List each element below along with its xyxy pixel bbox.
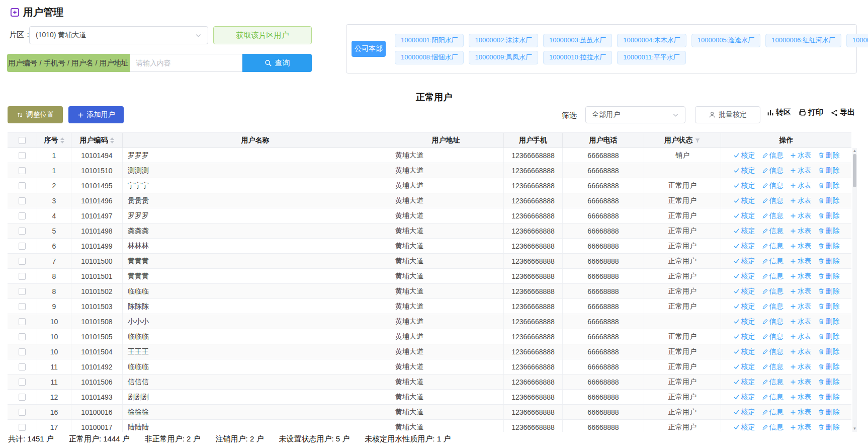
water-meter-action-button[interactable]: 水表 [790, 257, 812, 266]
delete-action-button[interactable]: 删除 [818, 227, 840, 236]
verify-action-button[interactable]: 核定 [733, 227, 755, 236]
verify-action-button[interactable]: 核定 [733, 347, 755, 356]
filter-funnel-icon[interactable] [695, 137, 701, 143]
batch-verify-button[interactable]: 批量核定 [695, 106, 760, 123]
verify-action-button[interactable]: 核定 [733, 242, 755, 251]
delete-action-button[interactable]: 删除 [818, 378, 840, 387]
company-hq-button[interactable]: 公司本部 [352, 41, 386, 57]
water-meter-action-button[interactable]: 水表 [790, 393, 812, 402]
header-user-status[interactable]: 用户状态 [644, 133, 721, 147]
header-seq[interactable]: 序号 [37, 133, 71, 147]
water-meter-action-button[interactable]: 水表 [790, 317, 812, 326]
add-user-button[interactable]: 添加用户 [68, 106, 124, 123]
info-action-button[interactable]: 信息 [762, 272, 784, 281]
info-action-button[interactable]: 信息 [762, 242, 784, 251]
water-meter-action-button[interactable]: 水表 [790, 151, 812, 160]
verify-action-button[interactable]: 核定 [733, 287, 755, 296]
delete-action-button[interactable]: 删除 [818, 242, 840, 251]
select-all-checkbox[interactable] [19, 137, 26, 144]
water-plant-tag[interactable]: 10000005:逢逢水厂 [691, 34, 760, 47]
delete-action-button[interactable]: 删除 [818, 166, 840, 175]
verify-action-button[interactable]: 核定 [733, 257, 755, 266]
row-checkbox[interactable] [19, 273, 26, 280]
query-button[interactable]: 查询 [242, 54, 312, 72]
info-action-button[interactable]: 信息 [762, 317, 784, 326]
row-checkbox[interactable] [19, 303, 26, 310]
verify-action-button[interactable]: 核定 [733, 181, 755, 190]
row-checkbox[interactable] [19, 152, 26, 159]
info-action-button[interactable]: 信息 [762, 166, 784, 175]
row-checkbox[interactable] [19, 394, 26, 401]
export-button[interactable]: 导出 [831, 108, 855, 117]
verify-action-button[interactable]: 核定 [733, 272, 755, 281]
water-plant-tag[interactable]: 10000007:罗罗水厂 [846, 34, 868, 47]
water-meter-action-button[interactable]: 水表 [790, 362, 812, 371]
info-action-button[interactable]: 信息 [762, 211, 784, 220]
info-action-button[interactable]: 信息 [762, 227, 784, 236]
delete-action-button[interactable]: 删除 [818, 362, 840, 371]
row-checkbox[interactable] [19, 212, 26, 219]
delete-action-button[interactable]: 删除 [818, 272, 840, 281]
delete-action-button[interactable]: 删除 [818, 151, 840, 160]
row-checkbox[interactable] [19, 409, 26, 416]
water-meter-action-button[interactable]: 水表 [790, 227, 812, 236]
water-meter-action-button[interactable]: 水表 [790, 302, 812, 311]
water-meter-action-button[interactable]: 水表 [790, 408, 812, 417]
water-meter-action-button[interactable]: 水表 [790, 272, 812, 281]
water-meter-action-button[interactable]: 水表 [790, 423, 812, 432]
water-plant-tag[interactable]: 10000011:平平水厂 [617, 51, 686, 64]
sort-icon[interactable] [110, 137, 114, 143]
row-checkbox[interactable] [19, 243, 26, 250]
delete-action-button[interactable]: 删除 [818, 423, 840, 432]
row-checkbox[interactable] [19, 167, 26, 174]
info-action-button[interactable]: 信息 [762, 378, 784, 387]
delete-action-button[interactable]: 删除 [818, 332, 840, 341]
verify-action-button[interactable]: 核定 [733, 196, 755, 205]
info-action-button[interactable]: 信息 [762, 347, 784, 356]
info-action-button[interactable]: 信息 [762, 181, 784, 190]
delete-action-button[interactable]: 删除 [818, 287, 840, 296]
water-plant-tag[interactable]: 10000004:木木水厂 [617, 34, 686, 47]
verify-action-button[interactable]: 核定 [733, 362, 755, 371]
row-checkbox[interactable] [19, 258, 26, 265]
water-plant-tag[interactable]: 10000010:拉拉水厂 [543, 51, 612, 64]
water-meter-action-button[interactable]: 水表 [790, 347, 812, 356]
adjust-position-button[interactable]: 调整位置 [8, 106, 63, 123]
delete-action-button[interactable]: 删除 [818, 393, 840, 402]
delete-action-button[interactable]: 删除 [818, 211, 840, 220]
info-action-button[interactable]: 信息 [762, 362, 784, 371]
row-checkbox[interactable] [19, 333, 26, 340]
water-plant-tag[interactable]: 10000009:凤凤水厂 [469, 51, 538, 64]
water-meter-action-button[interactable]: 水表 [790, 242, 812, 251]
water-plant-tag[interactable]: 10000008:悃悃水厂 [395, 51, 464, 64]
water-meter-action-button[interactable]: 水表 [790, 287, 812, 296]
verify-action-button[interactable]: 核定 [733, 151, 755, 160]
delete-action-button[interactable]: 删除 [818, 181, 840, 190]
water-meter-action-button[interactable]: 水表 [790, 166, 812, 175]
print-button[interactable]: 打印 [799, 108, 823, 117]
area-select[interactable]: (1010) 黄埔大道 [29, 26, 208, 44]
vertical-scrollbar[interactable]: ▲ ▼ [852, 148, 857, 432]
water-meter-action-button[interactable]: 水表 [790, 211, 812, 220]
row-checkbox[interactable] [19, 182, 26, 189]
verify-action-button[interactable]: 核定 [733, 211, 755, 220]
user-filter-select[interactable]: 全部用户 [585, 106, 685, 123]
verify-action-button[interactable]: 核定 [733, 317, 755, 326]
water-meter-action-button[interactable]: 水表 [790, 196, 812, 205]
info-action-button[interactable]: 信息 [762, 151, 784, 160]
info-action-button[interactable]: 信息 [762, 408, 784, 417]
water-meter-action-button[interactable]: 水表 [790, 378, 812, 387]
delete-action-button[interactable]: 删除 [818, 196, 840, 205]
delete-action-button[interactable]: 删除 [818, 302, 840, 311]
water-plant-tag[interactable]: 10000006:红红河水厂 [765, 34, 841, 47]
water-plant-tag[interactable]: 10000002:沫沫水厂 [469, 34, 538, 47]
verify-action-button[interactable]: 核定 [733, 408, 755, 417]
verify-action-button[interactable]: 核定 [733, 393, 755, 402]
water-plant-tag[interactable]: 10000001:阳阳水厂 [395, 34, 464, 47]
verify-action-button[interactable]: 核定 [733, 332, 755, 341]
info-action-button[interactable]: 信息 [762, 287, 784, 296]
search-input[interactable] [130, 54, 242, 72]
row-checkbox[interactable] [19, 288, 26, 295]
water-plant-tag[interactable]: 10000003:茧茧水厂 [543, 34, 612, 47]
transfer-zone-button[interactable]: 转区 [767, 108, 791, 117]
